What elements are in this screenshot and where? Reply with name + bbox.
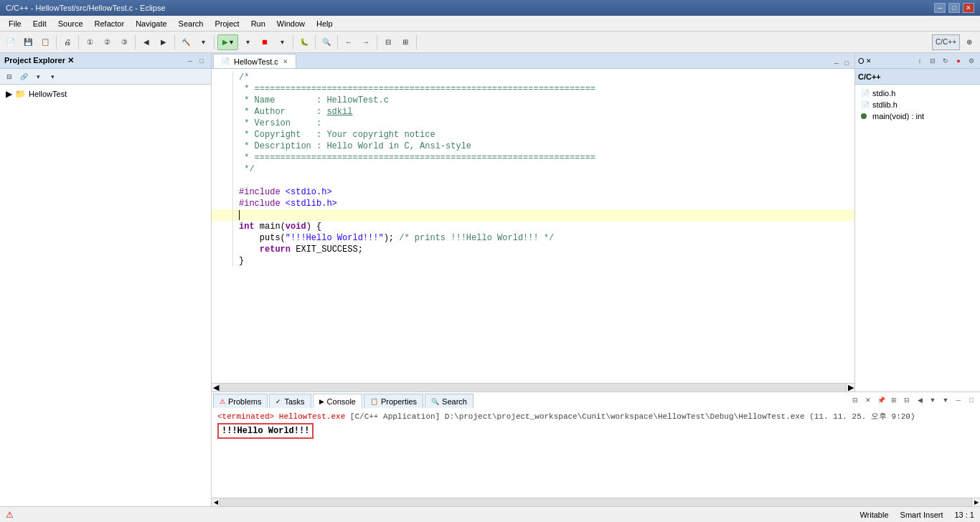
tab-search[interactable]: 🔍 Search xyxy=(425,394,473,408)
console-pin-button[interactable]: 📌 xyxy=(875,394,887,406)
console-close-button[interactable]: ✕ xyxy=(862,394,874,406)
new-button[interactable]: 📄 xyxy=(3,34,19,50)
next-edit-button[interactable]: ▶ xyxy=(156,34,171,50)
outline-toolbar-buttons: ↕ ⊟ ↻ ● ⚙ xyxy=(914,55,977,67)
toolbar-separator-2 xyxy=(78,35,79,49)
toolbar-separator-7 xyxy=(315,35,316,49)
outline-item-main[interactable]: main(void) : int xyxy=(858,110,977,122)
outline-sort-button[interactable]: ↕ xyxy=(914,55,925,67)
panel-minimize[interactable]: ─ xyxy=(953,394,964,406)
menu-help[interactable]: Help xyxy=(311,16,339,31)
editor-tab-file-icon: 📄 xyxy=(221,57,230,65)
outline-filter-button[interactable]: ⊟ xyxy=(927,55,938,67)
bottom-scroll-left[interactable]: ◀ xyxy=(212,498,220,506)
bottom-scroll-right[interactable]: ▶ xyxy=(971,498,980,506)
stop-button[interactable]: ⏹ xyxy=(257,34,273,50)
menu-search[interactable]: Search xyxy=(173,16,209,31)
editor-minimize-button[interactable]: ─ xyxy=(831,58,842,68)
toolbar-separator-1 xyxy=(56,35,57,49)
link-editor-button[interactable]: 🔗 xyxy=(17,71,30,82)
outline-item-stdio[interactable]: 📄 stdio.h xyxy=(858,87,977,99)
editor-tab-hellowtest[interactable]: 📄 HellowTest.c ✕ xyxy=(213,54,296,68)
menu-project[interactable]: Project xyxy=(209,16,245,31)
tab-tasks-label: Tasks xyxy=(284,397,304,406)
open-resource-button[interactable]: ② xyxy=(99,34,115,50)
stop-arrow[interactable]: ▾ xyxy=(274,34,290,50)
menu-run[interactable]: Run xyxy=(245,16,271,31)
maximize-button[interactable]: □ xyxy=(948,3,960,13)
tab-tasks[interactable]: ✓ Tasks xyxy=(269,394,311,408)
save-button[interactable]: 💾 xyxy=(20,34,36,50)
console-scroll-lock[interactable]: ⊟ xyxy=(849,394,861,406)
project-explorer-title: Project Explorer ✕ xyxy=(4,56,74,65)
console-toolbar5[interactable]: ▼ xyxy=(940,394,951,406)
bottom-scroll-thumb[interactable] xyxy=(220,498,971,506)
minimize-panel-button[interactable]: ─ xyxy=(185,56,195,66)
console-toolbar4[interactable]: ▼ xyxy=(927,394,938,406)
tab-console[interactable]: ▶ Console xyxy=(313,394,362,408)
horizontal-scrollbar[interactable]: ◀ ▶ xyxy=(212,383,854,392)
back-button[interactable]: ← xyxy=(341,34,357,50)
perspective-button[interactable]: ⊕ xyxy=(961,34,977,50)
console-toolbar2[interactable]: ⊟ xyxy=(901,394,913,406)
forward-button[interactable]: → xyxy=(358,34,374,50)
scroll-left-button[interactable]: ◀ xyxy=(212,384,220,392)
minimize-view-button[interactable]: ⊟ xyxy=(380,34,396,50)
explorer-menu-button[interactable]: ▾ xyxy=(46,71,59,82)
search-button[interactable]: 🔍 xyxy=(319,34,334,50)
tab-problems[interactable]: ⚠ Problems xyxy=(213,394,268,408)
console-toolbar3[interactable]: ◀ xyxy=(914,394,925,406)
code-editor[interactable]: /* * ===================================… xyxy=(212,69,854,383)
outline-dot-button[interactable]: ● xyxy=(953,55,964,67)
tab-properties[interactable]: 📋 Properties xyxy=(364,394,423,408)
bottom-horizontal-scrollbar[interactable]: ◀ ▶ xyxy=(212,498,980,506)
collapse-all-button[interactable]: ⊟ xyxy=(3,71,16,82)
run-button[interactable]: ▶ ▾ xyxy=(217,34,238,50)
toolbar-separator-4 xyxy=(174,35,175,49)
menu-window[interactable]: Window xyxy=(271,16,311,31)
btn3[interactable]: ③ xyxy=(116,34,132,50)
cpp-perspective[interactable]: C/C++ xyxy=(932,34,960,50)
outline-sync-button[interactable]: ↻ xyxy=(940,55,951,67)
maximize-panel-button[interactable]: □ xyxy=(197,56,207,66)
build-button[interactable]: 🔨 xyxy=(178,34,194,50)
print-button[interactable]: 🖨 xyxy=(60,34,75,50)
editor-tab-close[interactable]: ✕ xyxy=(283,58,288,65)
toolbar-separator-6 xyxy=(293,35,293,49)
prev-edit-button[interactable]: ◀ xyxy=(138,34,154,50)
app: C/C++ - HellowTest/src/HellowTest.c - Ec… xyxy=(0,0,980,522)
outline-settings-button[interactable]: ⚙ xyxy=(966,55,977,67)
debug-button[interactable]: 🐛 xyxy=(296,34,312,50)
save-all-button[interactable]: 📋 xyxy=(37,34,53,50)
problems-icon: ⚠ xyxy=(220,398,225,405)
maximize-view-button[interactable]: ⊞ xyxy=(397,34,413,50)
open-type-button[interactable]: ① xyxy=(82,34,98,50)
build-arrow[interactable]: ▾ xyxy=(195,34,211,50)
run-arrow[interactable]: ▾ xyxy=(240,34,255,50)
menu-edit[interactable]: Edit xyxy=(27,16,52,31)
minimize-button[interactable]: ─ xyxy=(934,3,946,13)
outline-icon-x[interactable]: ✕ xyxy=(866,57,872,65)
bottom-tabs-wrapper: ⚠ Problems ✓ Tasks ▶ Console 📋 xyxy=(212,392,980,408)
project-name: HellowTest xyxy=(29,90,67,98)
console-toolbar1[interactable]: ⊞ xyxy=(888,394,900,406)
menu-navigate[interactable]: Navigate xyxy=(130,16,172,31)
tab-problems-label: Problems xyxy=(228,397,261,406)
project-item[interactable]: ▶ 📁 HellowTest xyxy=(3,87,208,100)
new-filter-button[interactable]: ▾ xyxy=(32,71,44,82)
menu-file[interactable]: File xyxy=(3,16,27,31)
scroll-thumb-h[interactable] xyxy=(220,384,846,392)
scroll-right-button[interactable]: ▶ xyxy=(846,384,854,392)
panel-maximize[interactable]: □ xyxy=(966,394,977,406)
console-icon: ▶ xyxy=(319,398,324,405)
outline-item-stdlib[interactable]: 📄 stdlib.h xyxy=(858,99,977,110)
close-button[interactable]: ✕ xyxy=(963,3,974,13)
menu-source[interactable]: Source xyxy=(52,16,89,31)
code-line-1: /* xyxy=(212,72,854,83)
outline-icon-o: O xyxy=(858,57,864,65)
editor-maximize-button[interactable]: □ xyxy=(842,58,852,68)
menu-refactor[interactable]: Refactor xyxy=(89,16,131,31)
status-left: ⚠ xyxy=(6,510,14,520)
properties-icon: 📋 xyxy=(370,398,378,405)
outline-item-label-main: main(void) : int xyxy=(872,112,924,120)
